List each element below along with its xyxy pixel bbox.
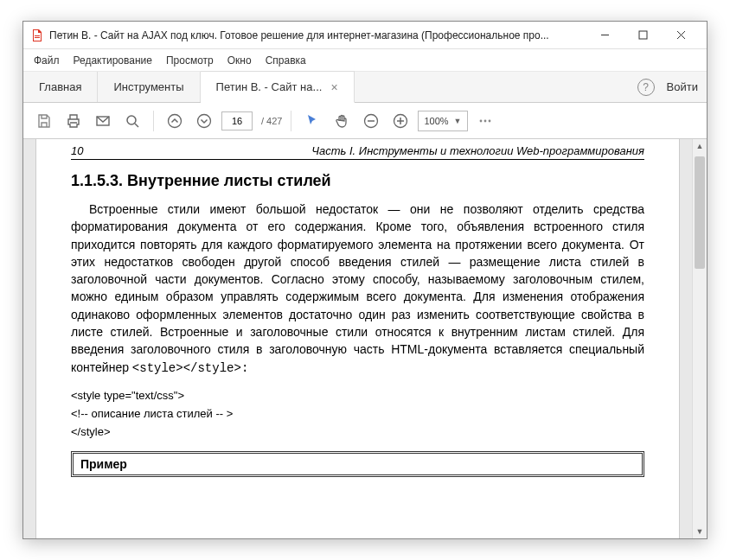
example-box: Пример — [71, 451, 644, 477]
page-down-icon[interactable] — [192, 109, 216, 133]
page-number: 10 — [71, 144, 83, 157]
chevron-down-icon: ▼ — [454, 117, 462, 125]
page-up-icon[interactable] — [163, 109, 187, 133]
window-title: Петин В. - Сайт на AJAX под ключ. Готово… — [49, 29, 586, 41]
tab-tools[interactable]: Инструменты — [98, 72, 200, 102]
tabbar: Главная Инструменты Петин В. - Сайт на..… — [23, 72, 707, 103]
print-icon[interactable] — [61, 109, 86, 133]
menu-file[interactable]: Файл — [27, 51, 67, 70]
close-button[interactable] — [662, 22, 700, 48]
scroll-down-icon[interactable]: ▼ — [693, 525, 707, 538]
tab-home[interactable]: Главная — [23, 72, 98, 102]
vertical-scrollbar[interactable]: ▲ ▼ — [692, 139, 707, 538]
zoom-in-icon[interactable] — [388, 109, 413, 133]
selection-tool-icon[interactable] — [300, 109, 324, 133]
part-title: Часть I. Инструменты и технологии Web-пр… — [311, 144, 644, 157]
zoom-select[interactable]: 100% ▼ — [418, 111, 467, 131]
svg-point-9 — [488, 119, 490, 122]
page-total: / 427 — [261, 116, 282, 126]
app-window: Петин В. - Сайт на AJAX под ключ. Готово… — [22, 21, 708, 539]
menu-edit[interactable]: Редактирование — [67, 51, 159, 70]
signin-button[interactable]: Войти — [667, 80, 698, 93]
help-icon[interactable]: ? — [637, 79, 655, 96]
search-icon[interactable] — [120, 109, 144, 133]
svg-point-7 — [479, 119, 482, 122]
pdf-page: 10 Часть I. Инструменты и технологии Web… — [35, 139, 680, 538]
toolbar: / 427 100% ▼ — [23, 103, 707, 139]
window-controls — [586, 22, 700, 48]
menu-window[interactable]: Окно — [221, 51, 259, 70]
scrollbar-thumb[interactable] — [695, 156, 705, 269]
tab-tools-label: Инструменты — [113, 80, 183, 93]
section-heading: 1.1.5.3. Внутренние листы стилей — [71, 172, 644, 190]
menubar: Файл Редактирование Просмотр Окно Справк… — [23, 49, 707, 72]
tab-document-label: Петин В. - Сайт на... — [216, 80, 323, 93]
page-number-input[interactable] — [221, 111, 253, 130]
zoom-out-icon[interactable] — [359, 109, 383, 133]
scrollbar-track[interactable] — [693, 153, 707, 525]
svg-rect-0 — [639, 31, 647, 39]
pdf-app-icon — [30, 29, 44, 42]
page-viewer[interactable]: 10 Часть I. Инструменты и технологии Web… — [23, 139, 692, 538]
content-area: 10 Часть I. Инструменты и технологии Web… — [23, 139, 707, 538]
tab-home-label: Главная — [39, 80, 81, 93]
save-icon[interactable] — [32, 109, 56, 133]
zoom-value: 100% — [424, 116, 448, 126]
separator — [153, 111, 154, 131]
hand-tool-icon[interactable] — [330, 109, 354, 133]
body-text: Встроенные стили имеют большой недостато… — [71, 200, 644, 377]
maximize-button[interactable] — [624, 22, 662, 48]
scroll-up-icon[interactable]: ▲ — [693, 139, 707, 153]
more-icon[interactable] — [473, 109, 497, 133]
svg-point-4 — [198, 114, 211, 127]
close-icon[interactable]: × — [330, 81, 337, 93]
titlebar: Петин В. - Сайт на AJAX под ключ. Готово… — [23, 22, 707, 49]
email-icon[interactable] — [91, 109, 115, 133]
svg-point-2 — [127, 116, 136, 124]
svg-point-8 — [483, 119, 486, 122]
code-block: <style type="text/css"> <!-- описание ли… — [71, 387, 644, 441]
tab-document[interactable]: Петин В. - Сайт на... × — [201, 71, 355, 103]
minimize-button[interactable] — [586, 22, 624, 48]
menu-view[interactable]: Просмотр — [159, 51, 221, 70]
svg-point-3 — [169, 114, 182, 127]
separator — [291, 111, 291, 131]
menu-help[interactable]: Справка — [259, 51, 313, 70]
